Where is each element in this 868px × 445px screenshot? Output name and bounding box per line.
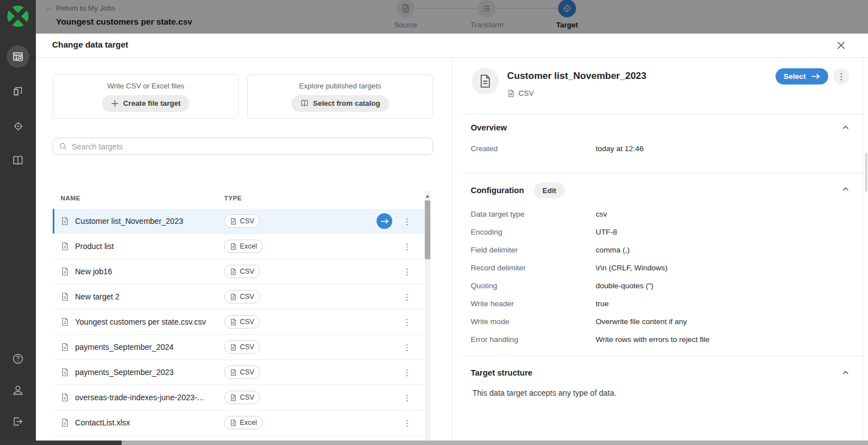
- config-label: Record delimiter: [471, 264, 596, 272]
- table-row[interactable]: payments_September_2024 CSV ⋮: [53, 335, 424, 360]
- overview-value: today at 12:46: [596, 144, 644, 153]
- user-icon: [11, 383, 25, 397]
- plus-icon: [111, 100, 119, 107]
- list-scrollbar[interactable]: [425, 191, 430, 445]
- book-icon: [300, 99, 309, 107]
- file-icon: [61, 292, 69, 301]
- config-value: Write rows with errors to reject file: [596, 335, 709, 344]
- file-type-badge: CSV: [224, 391, 260, 404]
- edit-configuration-button[interactable]: Edit: [534, 182, 565, 198]
- action-cards: Write CSV or Excel files Create file tar…: [53, 74, 433, 119]
- jobs-table-icon: [12, 51, 24, 62]
- config-label: Field delimiter: [471, 246, 596, 254]
- target-name: Customer list_November_2023: [75, 217, 224, 226]
- file-icon: [230, 394, 237, 401]
- row-menu-icon[interactable]: ⋮: [403, 293, 411, 301]
- row-menu-icon[interactable]: ⋮: [403, 343, 411, 352]
- badge-label: Excel: [240, 242, 257, 250]
- config-label: Write mode: [471, 317, 596, 326]
- config-row: Data target typecsv: [471, 205, 864, 223]
- table-row[interactable]: ContactList.xlsx Excel ⋮: [53, 410, 424, 435]
- row-menu-icon[interactable]: ⋮: [403, 242, 411, 251]
- config-label: Encoding: [471, 228, 596, 236]
- config-row: Record delimiter\r\n (CRLF, Windows): [471, 259, 864, 277]
- select-button-label: Select: [783, 72, 806, 81]
- row-menu-icon[interactable]: ⋮: [403, 268, 411, 276]
- details-menu-icon[interactable]: ⋮: [833, 68, 850, 85]
- row-menu-icon[interactable]: ⋮: [403, 217, 411, 226]
- table-row[interactable]: Product list Excel ⋮: [53, 234, 424, 259]
- scrollbar-thumb[interactable]: [0, 441, 122, 445]
- scrollbar-thumb[interactable]: [865, 153, 867, 192]
- file-icon: [61, 343, 69, 352]
- book-icon: [12, 154, 24, 167]
- chevron-up-icon[interactable]: [841, 368, 850, 377]
- badge-label: CSV: [240, 343, 254, 351]
- badge-label: CSV: [240, 293, 254, 301]
- row-menu-icon[interactable]: ⋮: [403, 394, 411, 402]
- table-row[interactable]: New target 2 CSV ⋮: [53, 284, 424, 310]
- badge-label: CSV: [240, 217, 254, 225]
- table-row[interactable]: overseas-trade-indexes-june-2023-... CSV…: [53, 385, 424, 410]
- modal-body: Write CSV or Excel files Create file tar…: [36, 58, 868, 440]
- logout-button[interactable]: [7, 410, 29, 433]
- file-type-badge: CSV: [224, 265, 260, 278]
- target-details-header: Customer list_November_2023 CSV Select ⋮: [471, 68, 864, 110]
- badge-label: CSV: [240, 394, 254, 401]
- section-title: Configuration: [471, 186, 524, 195]
- button-label: Select from catalog: [313, 99, 380, 107]
- scrollbar-thumb[interactable]: [425, 200, 430, 259]
- config-row: EncodingUTF-8: [471, 223, 864, 241]
- select-button[interactable]: Select: [776, 68, 828, 85]
- table-row[interactable]: payments_September_2023 CSV ⋮: [53, 360, 424, 385]
- table-row[interactable]: Youngest customers per state.csv.csv CSV…: [53, 310, 424, 335]
- sidebar-nav: [7, 45, 29, 172]
- sidebar-item-files[interactable]: [7, 80, 29, 102]
- create-file-target-button[interactable]: Create file target: [102, 95, 190, 112]
- file-icon: [472, 68, 499, 95]
- file-icon: [507, 90, 515, 97]
- target-name: New job16: [75, 267, 224, 276]
- file-type-badge: Excel: [224, 240, 263, 253]
- scroll-up-icon[interactable]: [425, 192, 430, 200]
- select-target-arrow-button[interactable]: [377, 213, 392, 229]
- file-icon: [230, 369, 237, 376]
- select-from-catalog-card: Explore published targets Select from ca…: [247, 74, 433, 119]
- config-row: Quotingdouble-quotes ("): [471, 277, 864, 294]
- table-row[interactable]: New job16 CSV ⋮: [53, 259, 424, 284]
- search-input[interactable]: [72, 142, 427, 151]
- target-title: Customer list_November_2023: [507, 71, 647, 82]
- target-icon: [12, 120, 24, 132]
- row-menu-icon[interactable]: ⋮: [403, 318, 411, 326]
- config-row: Write modeOverwrite file content if any: [471, 312, 864, 330]
- row-menu-icon[interactable]: ⋮: [403, 419, 411, 427]
- target-name: payments_September_2024: [75, 343, 224, 352]
- file-icon: [230, 344, 237, 351]
- config-value: comma (,): [596, 246, 630, 254]
- target-name: ContactList.xlsx: [75, 418, 224, 427]
- horizontal-scrollbar[interactable]: [0, 441, 868, 445]
- table-row[interactable]: Customer list_November_2023 CSV ⋮: [53, 209, 424, 234]
- target-name: overseas-trade-indexes-june-2023-...: [75, 393, 224, 402]
- sidebar-item-jobs[interactable]: [7, 45, 29, 68]
- sidebar-item-targets[interactable]: [7, 115, 29, 137]
- column-header-name: NAME: [53, 195, 224, 202]
- help-button[interactable]: [7, 348, 29, 370]
- file-type-label: CSV: [518, 89, 534, 97]
- row-menu-icon[interactable]: ⋮: [403, 368, 411, 377]
- table-header: NAME TYPE: [53, 195, 424, 202]
- target-structure-description: This data target accepts any type of dat…: [472, 388, 864, 397]
- select-from-catalog-button[interactable]: Select from catalog: [291, 95, 389, 112]
- configuration-section: Configuration Edit Data target typecsv E…: [462, 173, 864, 355]
- chevron-up-icon[interactable]: [841, 185, 850, 194]
- logout-icon: [12, 415, 24, 428]
- flatfile-logo-icon[interactable]: [7, 5, 29, 27]
- app-sidebar: [0, 0, 36, 441]
- sidebar-item-catalog[interactable]: [7, 149, 29, 172]
- close-icon[interactable]: [835, 39, 848, 51]
- account-button[interactable]: [7, 379, 29, 401]
- chevron-up-icon[interactable]: [841, 123, 850, 132]
- details-scrollbar[interactable]: [864, 58, 868, 441]
- overview-row: Created today at 12:46: [471, 139, 864, 157]
- file-icon: [230, 268, 237, 275]
